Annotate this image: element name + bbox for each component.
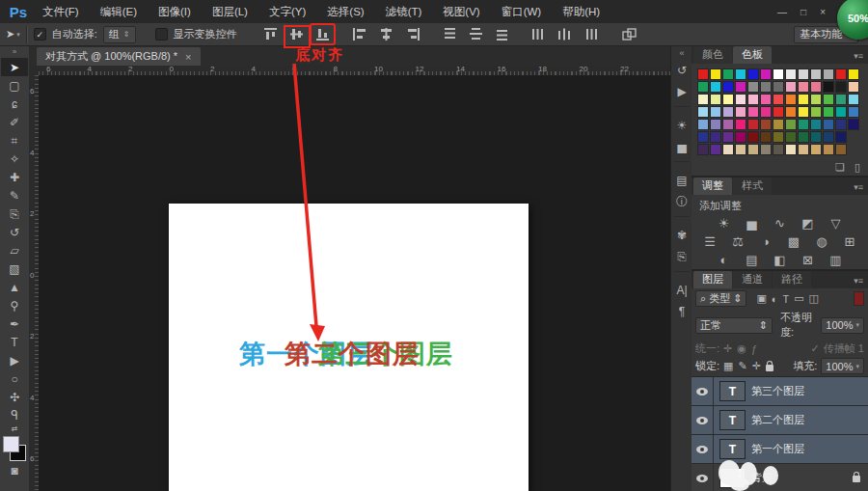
blur-tool[interactable]: ▲	[1, 278, 28, 296]
lasso-tool[interactable]: ɕ	[1, 95, 28, 113]
paragraph-panel-icon[interactable]: ¶	[672, 301, 692, 322]
clone-stamp-tool[interactable]: ⎘	[1, 205, 28, 223]
hand-tool[interactable]: ✣	[1, 388, 28, 406]
swatch[interactable]	[848, 68, 859, 80]
brush-presets-panel-icon[interactable]: ✾	[672, 225, 692, 246]
eye-icon[interactable]	[696, 475, 708, 482]
swatch[interactable]	[722, 144, 734, 155]
swatch[interactable]	[773, 68, 784, 80]
swatch[interactable]	[760, 106, 772, 118]
brush-tool[interactable]: ✎	[1, 186, 28, 205]
swatch[interactable]	[810, 94, 822, 105]
black-white-icon[interactable]: ◑	[757, 234, 774, 249]
hue-saturation-icon[interactable]: ☰	[701, 234, 719, 249]
swatch[interactable]	[760, 131, 772, 143]
adjustments-mini-panel-icon[interactable]: ☀	[672, 115, 692, 136]
swatch[interactable]	[810, 106, 822, 118]
swatch[interactable]	[848, 119, 859, 130]
move-tool[interactable]: ➤	[1, 58, 28, 76]
panel-menu-icon[interactable]: ▾≡	[849, 179, 868, 195]
path-selection-tool[interactable]: ▶	[1, 351, 28, 369]
distribute-bottom-edges-button[interactable]	[490, 24, 514, 44]
swatch[interactable]	[722, 131, 734, 143]
menu-item[interactable]: 文件(F)	[39, 2, 83, 22]
swatch[interactable]	[697, 68, 709, 80]
layer-row[interactable]: T第三个图层	[692, 377, 868, 406]
ellipse-tool[interactable]: ○	[1, 369, 28, 388]
swatch[interactable]	[760, 94, 772, 105]
align-horizontal-centers-button[interactable]	[374, 24, 398, 44]
swatch[interactable]	[722, 94, 734, 105]
fill-dropdown[interactable]: 100% ▾	[821, 358, 864, 374]
pen-tool[interactable]: ✒	[1, 314, 28, 333]
unify-position-icon[interactable]: ✛	[723, 342, 732, 355]
eraser-tool[interactable]: ▱	[1, 241, 28, 259]
maximize-button[interactable]: □	[800, 7, 806, 17]
swatch[interactable]	[810, 81, 822, 93]
swatch[interactable]	[722, 81, 734, 93]
swatch[interactable]	[773, 144, 784, 155]
swatch[interactable]	[810, 144, 822, 155]
curves-icon[interactable]: ∿	[772, 216, 789, 231]
swatch[interactable]	[823, 106, 834, 118]
history-panel-icon[interactable]: ↺	[672, 60, 692, 81]
lock-pixels-icon[interactable]: ✎	[738, 360, 746, 372]
swatch[interactable]	[773, 81, 784, 93]
selective-color-icon[interactable]: ⊠	[800, 253, 817, 267]
swatch[interactable]	[835, 144, 847, 155]
swatch[interactable]	[773, 106, 784, 118]
swatch[interactable]	[835, 81, 847, 93]
swatch[interactable]	[697, 106, 709, 118]
show-transform-checkbox[interactable]	[155, 28, 168, 41]
swatch[interactable]	[798, 94, 809, 105]
unify-style-icon[interactable]: ƒ	[751, 343, 757, 355]
eyedropper-tool[interactable]: ✧	[1, 150, 28, 168]
swatch[interactable]	[798, 119, 809, 130]
distribute-right-edges-button[interactable]	[580, 24, 604, 44]
swatch[interactable]	[747, 131, 759, 143]
distribute-vertical-centers-button[interactable]	[464, 24, 488, 44]
layer-thumbnail[interactable]: T	[719, 381, 746, 401]
swatch[interactable]	[823, 131, 834, 143]
menu-item[interactable]: 图像(I)	[154, 2, 195, 22]
swatch[interactable]	[760, 81, 772, 93]
new-swatch-button[interactable]: ❏	[835, 161, 845, 174]
swatch[interactable]	[760, 144, 772, 155]
unify-visibility-icon[interactable]: ◉	[737, 342, 746, 355]
foreground-color-swatch[interactable]	[3, 436, 19, 452]
crop-tool[interactable]: ⌗	[1, 131, 28, 150]
filtering-toggle[interactable]	[854, 291, 864, 306]
swatch[interactable]	[798, 144, 809, 155]
swatch[interactable]	[785, 119, 797, 130]
swatch[interactable]	[735, 119, 746, 130]
swatch[interactable]	[710, 119, 721, 130]
align-left-edges-button[interactable]	[348, 24, 372, 44]
move-tool-option-icon[interactable]: ➤ ▾	[6, 28, 20, 41]
minimize-button[interactable]: —	[777, 7, 787, 17]
swatch[interactable]	[747, 144, 759, 155]
brightness-contrast-icon[interactable]: ☀	[716, 216, 733, 231]
color-lookup-icon[interactable]: ⊞	[841, 234, 858, 249]
swatch[interactable]	[785, 144, 797, 155]
swatch[interactable]	[697, 144, 709, 155]
layer-filter-dropdown[interactable]: ⌕ 类型 ⇕	[695, 290, 746, 307]
actions-panel-icon[interactable]: ▶	[672, 81, 692, 102]
healing-brush-tool[interactable]: ✚	[1, 168, 28, 186]
history-brush-tool[interactable]: ↺	[1, 223, 28, 241]
swatch[interactable]	[773, 94, 784, 105]
swatch[interactable]	[798, 68, 809, 80]
swatch[interactable]	[798, 81, 809, 93]
swatch[interactable]	[773, 119, 784, 130]
color-balance-icon[interactable]: ⚖	[729, 234, 746, 249]
swatch[interactable]	[810, 131, 822, 143]
character-panel-icon[interactable]: A|	[672, 280, 692, 301]
swatch[interactable]	[785, 94, 797, 105]
swatch[interactable]	[760, 68, 772, 80]
swatch[interactable]	[810, 68, 822, 80]
swatch[interactable]	[848, 106, 859, 118]
menu-item[interactable]: 窗口(W)	[498, 2, 546, 22]
posterize-icon[interactable]: ▤	[744, 253, 761, 267]
filter-shape-layers-icon[interactable]: ▭	[794, 292, 803, 305]
filter-pixel-layers-icon[interactable]: ▣	[756, 292, 766, 305]
align-right-edges-button[interactable]	[400, 24, 424, 44]
